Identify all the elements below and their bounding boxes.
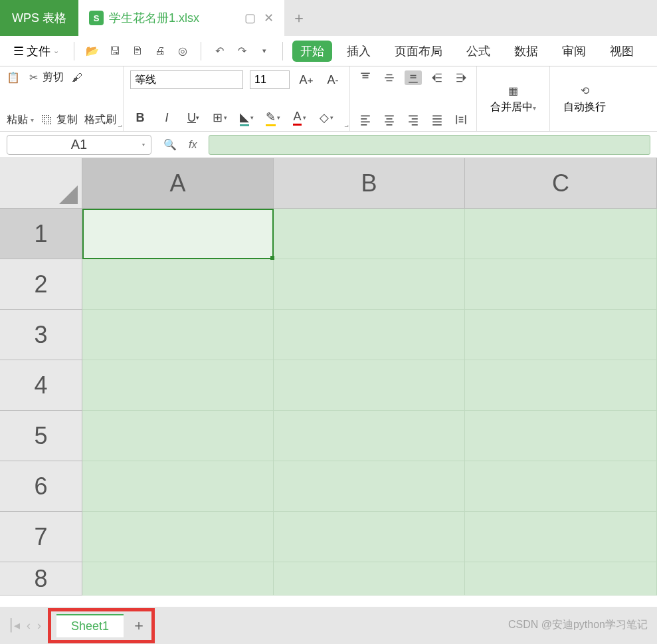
increase-font-button[interactable]: A+ [296,70,316,89]
cell[interactable] [274,512,465,562]
sheet-first-icon[interactable]: ⎮◂ [8,618,20,633]
zoom-icon[interactable]: 🔍 [163,138,177,151]
cell[interactable] [274,360,465,411]
cell-a1[interactable] [82,209,274,259]
tab-start[interactable]: 开始 [292,41,332,62]
format-painter-label[interactable]: 格式刷 [84,113,116,127]
cell[interactable] [82,411,274,461]
tab-formula[interactable]: 公式 [457,39,500,63]
cell[interactable] [465,360,657,411]
justify-button[interactable] [428,112,446,127]
align-middle-button[interactable] [381,70,398,85]
highlight-button[interactable]: ✎ [263,108,283,127]
highlight-box: Sheet1 ＋ [48,608,155,643]
undo-icon[interactable]: ↶ [211,43,228,60]
row-header-5[interactable]: 5 [0,411,82,461]
name-box[interactable]: A1 [7,135,151,155]
menubar: ☰ 文件 ⌄ 📂 🖫 🖹 🖨 ◎ ↶ ↷ ▾ 开始 插入 页面布局 公式 数据 … [0,36,657,66]
document-tab[interactable]: S 学生花名册1.xlsx ▢ ✕ [78,0,284,36]
open-icon[interactable]: 📂 [84,43,101,60]
sheet-prev-icon[interactable]: ‹ [27,619,31,633]
cell-b1[interactable] [274,209,465,259]
italic-button[interactable]: I [157,108,177,127]
cell[interactable] [465,310,657,360]
group-wrap: ⟲ 自动换行 [550,66,619,131]
formula-input[interactable] [209,135,650,155]
cell[interactable] [82,259,274,310]
paste-label[interactable]: 粘贴▾ [7,113,34,127]
row-header-6[interactable]: 6 [0,461,82,512]
redo-icon[interactable]: ↷ [233,43,250,60]
cell[interactable] [82,360,274,411]
cell[interactable] [82,461,274,512]
select-all-corner[interactable] [0,158,82,209]
clear-format-button[interactable]: ◇ [316,108,336,127]
fill-color-button[interactable]: ◣ [236,108,256,127]
cell[interactable] [465,562,657,595]
tab-data[interactable]: 数据 [505,39,547,63]
cell[interactable] [274,461,465,512]
cell[interactable] [82,562,274,595]
sheet-tab-active[interactable]: Sheet1 [56,614,124,637]
sheet-next-icon[interactable]: › [37,619,41,633]
font-color-button[interactable]: A [290,108,310,127]
new-tab-button[interactable]: ＋ [284,0,314,36]
tab-review[interactable]: 审阅 [553,39,595,63]
merge-center-button[interactable]: ▦ 合并居中▾ [484,83,543,114]
cell[interactable] [82,310,274,360]
cell[interactable] [274,562,465,595]
decrease-font-button[interactable]: A- [323,70,343,89]
row-header-7[interactable]: 7 [0,512,82,562]
align-right-button[interactable] [405,112,422,127]
cell-c1[interactable] [465,209,657,259]
present-icon[interactable]: ▢ [244,11,256,25]
row-header-4[interactable]: 4 [0,360,82,411]
cell[interactable] [82,512,274,562]
decrease-indent-button[interactable] [428,70,446,85]
cell[interactable] [274,310,465,360]
print-icon[interactable]: 🖨 [151,43,169,60]
copy-button[interactable]: ⿻复制 [41,113,78,127]
format-painter-button[interactable]: 🖌 [70,71,84,84]
cell[interactable] [465,512,657,562]
bold-button[interactable]: B [130,108,150,127]
tab-layout[interactable]: 页面布局 [385,39,452,63]
fx-icon[interactable]: fx [189,139,197,151]
tab-insert[interactable]: 插入 [337,39,380,63]
paste-button[interactable]: 📋 [7,71,20,84]
cell[interactable] [465,411,657,461]
close-tab-icon[interactable]: ✕ [264,11,274,25]
cut-button[interactable]: ✂剪切 [27,70,64,84]
watermark: CSDN @安迪python学习笔记 [508,618,648,632]
increase-indent-button[interactable] [452,70,470,85]
font-size-select[interactable] [250,70,290,89]
row-header-8[interactable]: 8 [0,562,82,595]
distribute-button[interactable] [452,112,470,127]
underline-button[interactable]: U▾ [183,108,203,127]
cell[interactable] [274,411,465,461]
align-center-button[interactable] [381,112,398,127]
file-menu[interactable]: ☰ 文件 ⌄ [8,41,64,62]
border-button[interactable]: ⊞ [210,108,230,127]
save-icon[interactable]: 🖫 [106,43,124,60]
print-preview-icon[interactable]: ◎ [174,43,191,60]
align-bottom-button[interactable] [405,70,422,85]
dropdown-icon[interactable]: ▾ [256,43,273,60]
col-header-b[interactable]: B [274,158,465,209]
cell[interactable] [465,461,657,512]
tab-view[interactable]: 视图 [601,39,643,63]
col-header-a[interactable]: A [82,158,274,209]
align-top-button[interactable] [357,70,374,85]
row-header-2[interactable]: 2 [0,259,82,310]
col-header-c[interactable]: C [465,158,657,209]
cell[interactable] [274,259,465,310]
app-tab[interactable]: WPS 表格 [0,0,78,36]
font-name-select[interactable] [130,70,243,89]
align-left-button[interactable] [357,112,374,127]
row-header-3[interactable]: 3 [0,310,82,360]
wrap-text-button[interactable]: ⟲ 自动换行 [557,83,612,114]
export-pdf-icon[interactable]: 🖹 [129,43,146,60]
row-header-1[interactable]: 1 [0,209,82,259]
add-sheet-button[interactable]: ＋ [132,615,146,635]
cell[interactable] [465,259,657,310]
